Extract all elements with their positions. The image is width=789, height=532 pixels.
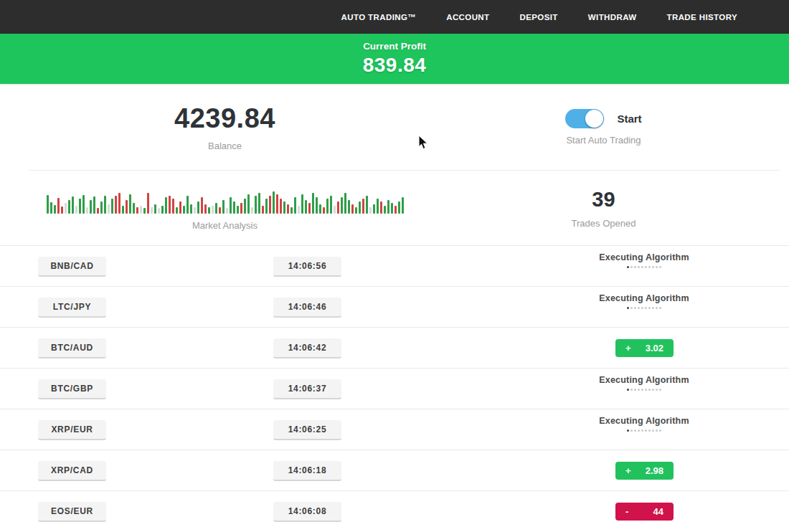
nav-withdraw[interactable]: WITHDRAW (588, 13, 637, 22)
auto-trading-block: Start Start Auto Trading (450, 84, 757, 170)
pair-chip: BTC/GBP (38, 379, 106, 399)
result-sign: + (625, 343, 631, 353)
status-executing: Executing Algorithm (586, 293, 702, 309)
trade-row: LTC/JPY 14:06:46 Executing Algorithm (0, 286, 789, 327)
executing-label: Executing Algorithm (586, 416, 702, 426)
result-sign: - (625, 506, 628, 517)
time-chip: 14:06:18 (273, 461, 341, 481)
toggle-label: Start (617, 113, 641, 125)
time-chip: 14:06:37 (273, 379, 341, 399)
trade-list: BNB/CAD 14:06:56 Executing Algorithm LTC… (0, 245, 789, 531)
status-executing: Executing Algorithm (586, 252, 702, 268)
auto-trading-toggle[interactable] (565, 109, 604, 128)
balance-label: Balance (208, 141, 242, 151)
status-executing: Executing Algorithm (586, 416, 702, 432)
progress-dots (586, 429, 702, 432)
nav-account[interactable]: ACCOUNT (446, 13, 489, 22)
trades-opened-block: 39 Trades Opened (450, 171, 757, 245)
market-analysis-block: Market Analysis (0, 171, 450, 245)
executing-label: Executing Algorithm (586, 293, 702, 303)
nav-auto-trading[interactable]: AUTO TRADING™ (341, 13, 417, 22)
progress-dots (586, 389, 702, 391)
balance-value: 4239.84 (174, 103, 275, 134)
toggle-knob (585, 110, 603, 128)
progress-dots (586, 307, 702, 309)
stats-row-2: Market Analysis 39 Trades Opened (0, 171, 789, 245)
time-chip: 14:06:56 (273, 257, 341, 277)
trade-row: BTC/GBP 14:06:37 Executing Algorithm (0, 368, 789, 409)
nav-deposit[interactable]: DEPOSIT (520, 13, 558, 22)
trade-row: XRP/EUR 14:06:25 Executing Algorithm (0, 409, 789, 450)
pair-chip: BTC/AUD (38, 338, 106, 358)
pair-chip: BNB/CAD (38, 257, 106, 277)
trade-row: XRP/CAD 14:06:18 + 2.98 (0, 450, 789, 490)
pair-chip: LTC/JPY (38, 298, 106, 318)
result-value: 2.98 (646, 465, 663, 476)
status-executing: Executing Algorithm (586, 375, 702, 391)
top-nav: AUTO TRADING™ ACCOUNT DEPOSIT WITHDRAW T… (0, 0, 789, 34)
current-profit-value: 839.84 (0, 54, 789, 77)
profit-badge: + 2.98 (615, 462, 674, 480)
executing-label: Executing Algorithm (586, 252, 702, 262)
auto-trading-caption: Start Auto Trading (566, 135, 641, 146)
trades-opened-value: 39 (592, 188, 615, 212)
pair-chip: XRP/EUR (38, 420, 106, 440)
stats-row-1: 4239.84 Balance Start Start Auto Trading (0, 84, 789, 170)
time-chip: 14:06:08 (273, 502, 341, 522)
mouse-cursor-icon (418, 135, 429, 151)
progress-dots (586, 266, 702, 268)
loss-badge: - 44 (615, 503, 674, 521)
executing-label: Executing Algorithm (586, 375, 702, 385)
time-chip: 14:06:46 (273, 298, 341, 318)
current-profit-label: Current Profit (0, 41, 789, 52)
time-chip: 14:06:42 (273, 338, 341, 358)
market-analysis-chart (47, 185, 404, 214)
trade-row: BTC/AUD 14:06:42 + 3.02 (0, 327, 789, 368)
profit-badge: + 3.02 (615, 339, 674, 357)
time-chip: 14:06:25 (273, 420, 341, 440)
trade-row: BNB/CAD 14:06:56 Executing Algorithm (0, 245, 789, 286)
trade-row: EOS/EUR 14:06:08 - 44 (0, 490, 789, 531)
market-analysis-label: Market Analysis (192, 220, 258, 231)
pair-chip: XRP/CAD (38, 461, 106, 481)
balance-block: 4239.84 Balance (0, 84, 450, 170)
result-value: 44 (653, 506, 663, 517)
trades-opened-label: Trades Opened (572, 218, 636, 229)
pair-chip: EOS/EUR (38, 502, 106, 522)
result-value: 3.02 (646, 343, 663, 353)
nav-trade-history[interactable]: TRADE HISTORY (667, 13, 738, 22)
result-sign: + (625, 465, 631, 476)
current-profit-banner: Current Profit 839.84 (0, 34, 789, 84)
